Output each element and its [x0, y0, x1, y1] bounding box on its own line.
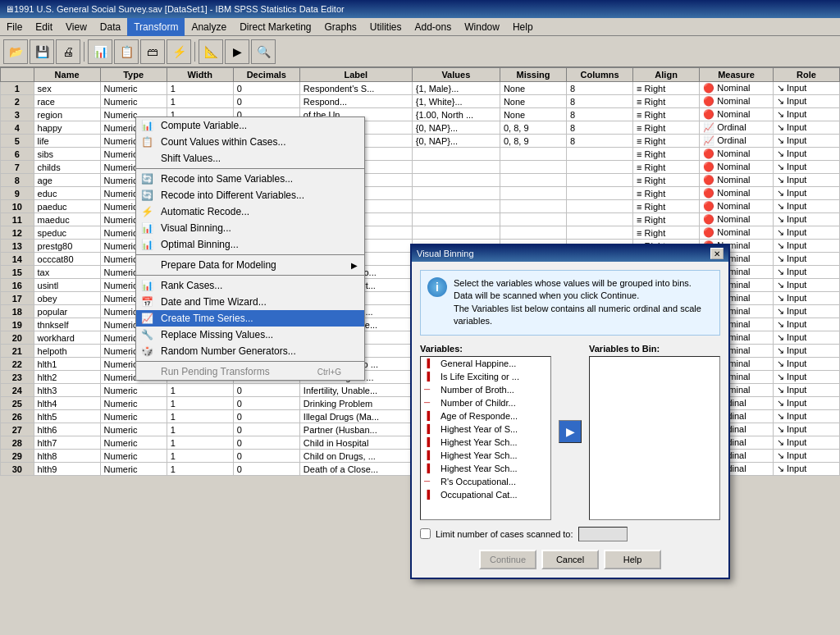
dialog-info-text: Select the variables whose values will b… [454, 277, 701, 328]
toolbar-pivot[interactable]: 📋 [114, 39, 139, 64]
variable-label: Highest Year Sch... [441, 437, 518, 447]
cancel-button[interactable]: Cancel [541, 550, 599, 569]
menu-view[interactable]: View [59, 18, 94, 36]
variable-label: Number of Broth... [441, 385, 514, 395]
dialog-buttons-area: Continue Cancel Help [420, 550, 720, 569]
variable-icon: ─ [424, 398, 437, 408]
limit-cases-label: Limit number of cases scanned to: [436, 529, 573, 539]
menu-help[interactable]: Help [506, 18, 540, 36]
toolbar-search[interactable]: 🔍 [251, 39, 276, 64]
toolbar-chart[interactable]: 📊 [88, 39, 112, 64]
variables-to-bin-label: Variables to Bin: [589, 344, 720, 354]
variables-to-bin-section: Variables to Bin: [589, 344, 720, 520]
variable-list-item[interactable]: ▐Occupational Cat... [421, 488, 550, 501]
variable-label: Number of Childr... [441, 398, 516, 408]
toolbar-open[interactable]: 📂 [3, 39, 28, 64]
dialog-title-text: Visual Binning [417, 249, 474, 258]
menu-edit[interactable]: Edit [29, 18, 59, 36]
dialog-info-panel: i Select the variables whose values will… [420, 270, 720, 336]
menu-transform[interactable]: Transform [127, 18, 185, 36]
toolbar-run[interactable]: ▶ [225, 39, 249, 64]
limit-cases-checkbox[interactable] [420, 528, 431, 539]
variables-list[interactable]: ▐General Happine...▐Is Life Exciting or … [420, 356, 551, 520]
variable-list-item[interactable]: ─Number of Childr... [421, 396, 550, 409]
variable-label: Highest Year of S... [441, 424, 518, 434]
toolbar-save[interactable]: 💾 [30, 39, 54, 64]
menu-graphs[interactable]: Graphs [317, 18, 363, 36]
variable-list-item[interactable]: ─R's Occupational... [421, 475, 550, 488]
menu-direct-marketing[interactable]: Direct Marketing [233, 18, 317, 36]
variable-icon: ▐ [424, 490, 437, 500]
menu-file[interactable]: File [0, 18, 29, 36]
info-icon: i [427, 277, 447, 297]
arrow-button-area: ▶ [558, 344, 582, 520]
menu-utilities[interactable]: Utilities [363, 18, 409, 36]
toolbar-separator-1 [84, 42, 84, 62]
continue-button[interactable]: Continue [479, 550, 536, 569]
menu-bar: File Edit View Data Transform Analyze Di… [0, 18, 840, 36]
toolbar-split[interactable]: ⚡ [167, 39, 191, 64]
title-bar-text: 1991 U.S. General Social Survey.sav [Dat… [14, 4, 345, 14]
visual-binning-dialog: Visual Binning ✕ i Select the variables … [410, 244, 730, 579]
variable-list-item[interactable]: ▐Age of Responde... [421, 409, 550, 423]
variables-to-bin-list[interactable] [589, 356, 720, 520]
variable-icon: ▐ [424, 359, 437, 368]
variable-label: Is Life Exciting or ... [441, 372, 519, 381]
dialog-lists-area: Variables: ▐General Happine...▐Is Life E… [420, 344, 720, 520]
toolbar-scale[interactable]: 📐 [199, 39, 223, 64]
toolbar-separator-2 [194, 42, 195, 62]
modal-overlay: Visual Binning ✕ i Select the variables … [0, 67, 840, 635]
variable-icon: ▐ [424, 437, 437, 447]
variable-label: Occupational Cat... [441, 490, 518, 500]
variable-list-item[interactable]: ▐Highest Year Sch... [421, 462, 550, 475]
toolbar: 📂 💾 🖨 📊 📋 🗃 ⚡ 📐 ▶ 🔍 [0, 36, 840, 67]
menu-analyze[interactable]: Analyze [185, 18, 233, 36]
variable-icon: ─ [424, 477, 437, 487]
dialog-close-button[interactable]: ✕ [710, 248, 724, 259]
variables-label: Variables: [420, 344, 551, 354]
main-area: Name Type Width Decimals Label Values Mi… [0, 67, 840, 635]
toolbar-print[interactable]: 🖨 [56, 39, 80, 64]
title-bar: 🖥 1991 U.S. General Social Survey.sav [D… [0, 0, 840, 18]
variable-list-item[interactable]: ▐Highest Year of S... [421, 423, 550, 436]
dialog-title-bar: Visual Binning ✕ [412, 245, 728, 262]
variable-icon: ▐ [424, 372, 437, 381]
menu-window[interactable]: Window [458, 18, 506, 36]
help-button[interactable]: Help [604, 550, 661, 569]
variable-label: R's Occupational... [441, 477, 516, 487]
variable-label: Highest Year Sch... [441, 450, 518, 460]
variable-icon: ▐ [424, 450, 437, 460]
variable-list-item[interactable]: ▐General Happine... [421, 357, 550, 370]
variable-list-item[interactable]: ▐Is Life Exciting or ... [421, 370, 550, 383]
variables-list-section: Variables: ▐General Happine...▐Is Life E… [420, 344, 551, 520]
variable-icon: ─ [424, 385, 437, 395]
variable-icon: ▐ [424, 424, 437, 434]
limit-cases-input[interactable] [578, 527, 628, 541]
variable-label: Age of Responde... [441, 411, 518, 421]
limit-cases-area: Limit number of cases scanned to: [420, 527, 720, 541]
variable-list-item[interactable]: ─Number of Broth... [421, 383, 550, 396]
toolbar-data[interactable]: 🗃 [140, 39, 165, 64]
variable-label: Highest Year Sch... [441, 464, 518, 473]
move-to-bin-button[interactable]: ▶ [559, 420, 582, 443]
title-bar-icon: 🖥 [5, 4, 14, 14]
variable-list-item[interactable]: ▐Highest Year Sch... [421, 449, 550, 462]
variable-list-item[interactable]: ▐Highest Year Sch... [421, 436, 550, 449]
variable-label: General Happine... [441, 359, 516, 368]
dialog-content: i Select the variables whose values will… [412, 262, 728, 578]
variable-icon: ▐ [424, 411, 437, 421]
menu-addons[interactable]: Add-ons [409, 18, 459, 36]
variable-icon: ▐ [424, 464, 437, 473]
menu-data[interactable]: Data [94, 18, 127, 36]
